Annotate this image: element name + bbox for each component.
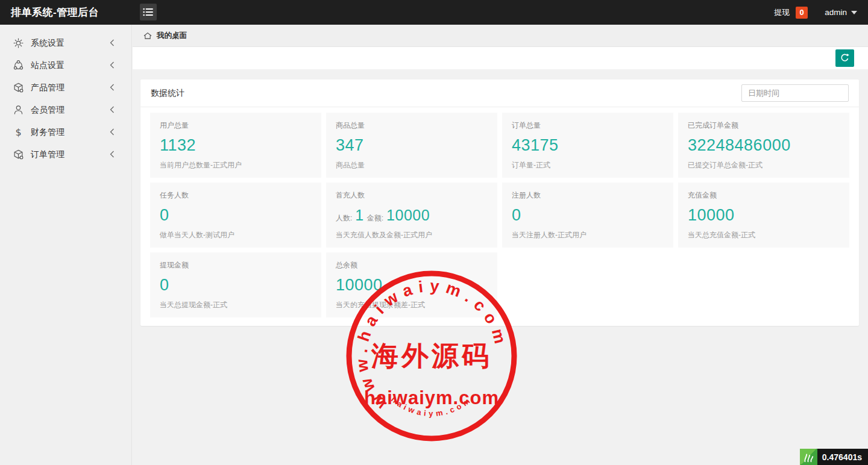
stat-card-recharge-amount: 充值金额 10000 当天总充值金额-正式 bbox=[678, 183, 849, 248]
sidebar: 系统设置 站点设置 产品管理 bbox=[0, 25, 132, 465]
card-title: 充值金额 bbox=[688, 190, 840, 201]
stat-card-total-users: 用户总量 1132 当前用户总数量-正式用户 bbox=[150, 113, 321, 178]
date-filter-input[interactable] bbox=[741, 84, 849, 102]
trace-flame-icon[interactable] bbox=[800, 449, 817, 465]
topbar-actions: 提现 0 admin bbox=[774, 0, 857, 25]
card-value: 0 bbox=[512, 206, 664, 225]
stat-card-total-products: 商品总量 347 商品总量 bbox=[326, 113, 497, 178]
sidebar-item-site-settings[interactable]: 站点设置 bbox=[0, 54, 131, 76]
card-desc: 当天充值人数及金额-正式用户 bbox=[336, 230, 488, 240]
withdraw-link[interactable]: 提现 bbox=[774, 7, 790, 18]
sidebar-item-order-management[interactable]: 订单管理 bbox=[0, 143, 131, 166]
trace-bar: 0.476401s bbox=[800, 449, 868, 465]
withdraw-count-badge[interactable]: 0 bbox=[796, 7, 808, 19]
card-title: 注册人数 bbox=[512, 190, 664, 201]
topbar: 排单系统-管理后台 提现 0 admin bbox=[0, 0, 868, 25]
card-desc: 当天注册人数-正式用户 bbox=[512, 230, 664, 240]
cube-icon bbox=[13, 83, 24, 93]
dollar-icon: $ bbox=[13, 127, 24, 137]
chevron-left-icon bbox=[110, 83, 115, 92]
stat-card-completed-order-amount: 已完成订单金额 32248486000 已提交订单总金额-正式 bbox=[678, 113, 849, 178]
card-title: 任务人数 bbox=[160, 190, 312, 201]
refresh-button[interactable] bbox=[835, 49, 854, 67]
main-content: 我的桌面 数据统计 用户总量 1132 当前用户总数量-正式用户 商品总量 bbox=[133, 25, 868, 465]
stat-card-withdraw-amount: 提现金额 0 当天总提现金额-正式 bbox=[150, 252, 321, 317]
chevron-left-icon bbox=[110, 39, 115, 47]
refresh-icon bbox=[840, 53, 850, 63]
card-title: 总余额 bbox=[336, 260, 488, 270]
card-value: 10000 bbox=[336, 276, 488, 295]
card-title: 商品总量 bbox=[336, 120, 488, 131]
part-label: 人数: bbox=[336, 213, 352, 223]
user-icon bbox=[13, 105, 24, 115]
panel-title: 数据统计 bbox=[151, 88, 184, 99]
sidebar-toggle-button[interactable] bbox=[140, 4, 157, 20]
sidebar-item-label: 系统设置 bbox=[31, 38, 64, 49]
username: admin bbox=[825, 8, 847, 17]
part-value: 1 bbox=[355, 207, 363, 224]
part-value: 10000 bbox=[386, 207, 430, 224]
breadcrumb: 我的桌面 bbox=[133, 25, 868, 47]
chevron-left-icon bbox=[110, 61, 115, 69]
trace-time-badge: 0.476401s bbox=[817, 449, 868, 465]
card-value: 10000 bbox=[688, 206, 840, 225]
card-title: 用户总量 bbox=[160, 120, 312, 131]
card-desc: 商品总量 bbox=[336, 160, 488, 170]
card-value: 0 bbox=[160, 206, 312, 225]
breadcrumb-current[interactable]: 我的桌面 bbox=[157, 31, 187, 41]
stat-card-first-recharge: 首充人数 人数: 1 金额: 10000 当天充值人数及金额-正式用户 bbox=[326, 183, 497, 248]
card-value: 347 bbox=[336, 136, 488, 155]
site-nodes-icon bbox=[13, 60, 24, 70]
stats-panel-header: 数据统计 bbox=[140, 80, 859, 107]
action-toolbar bbox=[133, 47, 868, 69]
stat-card-total-balance: 总余额 10000 当天的充值提现余额差-正式 bbox=[326, 252, 497, 317]
chevron-left-icon bbox=[110, 128, 115, 136]
card-value: 43175 bbox=[512, 136, 664, 155]
app-title: 排单系统-管理后台 bbox=[11, 5, 99, 19]
list-menu-icon bbox=[143, 7, 154, 17]
sidebar-item-label: 财务管理 bbox=[31, 127, 64, 138]
card-title: 首充人数 bbox=[336, 190, 488, 201]
card-title: 已完成订单金额 bbox=[688, 120, 840, 131]
sidebar-item-system-settings[interactable]: 系统设置 bbox=[0, 32, 131, 54]
card-title: 订单总量 bbox=[512, 120, 664, 131]
card-desc: 当前用户总数量-正式用户 bbox=[160, 160, 312, 170]
cube-icon bbox=[13, 149, 24, 160]
stat-card-task-users: 任务人数 0 做单当天人数-测试用户 bbox=[150, 183, 321, 248]
sidebar-item-member-management[interactable]: 会员管理 bbox=[0, 99, 131, 121]
svg-text:$: $ bbox=[15, 127, 21, 137]
card-desc: 当天总充值金额-正式 bbox=[688, 230, 840, 240]
card-value: 0 bbox=[160, 276, 312, 295]
card-value: 32248486000 bbox=[688, 136, 840, 155]
sidebar-item-label: 站点设置 bbox=[31, 60, 64, 71]
chevron-left-icon bbox=[110, 105, 115, 114]
stat-card-registered-users: 注册人数 0 当天注册人数-正式用户 bbox=[502, 183, 673, 248]
card-desc: 做单当天人数-测试用户 bbox=[160, 230, 312, 240]
user-menu[interactable]: admin bbox=[825, 8, 857, 17]
card-desc: 当天总提现金额-正式 bbox=[160, 300, 312, 310]
gear-icon bbox=[13, 38, 24, 48]
stats-cards-grid: 用户总量 1132 当前用户总数量-正式用户 商品总量 347 商品总量 订单总… bbox=[140, 107, 859, 326]
sidebar-item-label: 订单管理 bbox=[31, 149, 64, 160]
sidebar-item-label: 产品管理 bbox=[31, 83, 64, 93]
card-title: 提现金额 bbox=[160, 260, 312, 270]
card-desc: 订单量-正式 bbox=[512, 160, 664, 170]
sidebar-item-product-management[interactable]: 产品管理 bbox=[0, 76, 131, 99]
chevron-left-icon bbox=[110, 150, 115, 158]
sidebar-item-finance-management[interactable]: $ 财务管理 bbox=[0, 121, 131, 143]
part-label: 金额: bbox=[367, 213, 383, 223]
sidebar-item-label: 会员管理 bbox=[31, 105, 64, 116]
card-desc: 当天的充值提现余额差-正式 bbox=[336, 300, 488, 310]
card-value: 1132 bbox=[160, 136, 312, 155]
chevron-down-icon bbox=[851, 11, 857, 14]
home-icon bbox=[143, 31, 153, 40]
stats-panel: 数据统计 用户总量 1132 当前用户总数量-正式用户 商品总量 347 商品总… bbox=[140, 80, 859, 326]
card-value-composite: 人数: 1 金额: 10000 bbox=[336, 207, 488, 224]
stat-card-total-orders: 订单总量 43175 订单量-正式 bbox=[502, 113, 673, 178]
card-desc: 已提交订单总金额-正式 bbox=[688, 160, 840, 170]
